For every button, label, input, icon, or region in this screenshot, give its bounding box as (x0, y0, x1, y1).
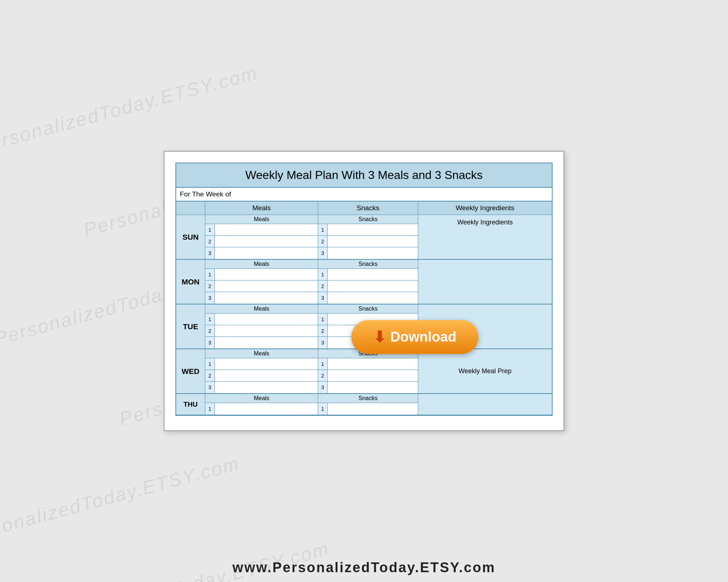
meal-fill-tue-1[interactable] (215, 314, 318, 325)
meal-fill-wed-3[interactable] (215, 382, 318, 393)
document-page: Weekly Meal Plan With 3 Meals and 3 Snac… (164, 151, 564, 431)
meal-fill-mon-1[interactable] (215, 269, 318, 280)
day-row-wed: WED Meals 1 2 3 Snacks 1 (176, 349, 552, 394)
meal-num-thu-1: 1 (205, 403, 215, 415)
download-label: Download (390, 329, 456, 345)
column-header-row: Meals Snacks Weekly Ingredients (176, 202, 552, 215)
meal-row-wed-3: 3 (205, 382, 318, 393)
snack-row-sun-2: 2 (318, 236, 418, 247)
snack-fill-wed-1[interactable] (328, 358, 418, 370)
meal-row-wed-1: 1 (205, 358, 318, 370)
bottom-url: www.PersonalizedToday.ETSY.com (0, 560, 728, 575)
meal-row-mon-2: 2 (205, 280, 318, 292)
meal-num-tue-3: 3 (205, 337, 215, 348)
day-row-sun: SUN Meals 1 2 3 Snacks 1 (176, 215, 552, 260)
meal-fill-mon-2[interactable] (215, 280, 318, 292)
meal-fill-wed-2[interactable] (215, 370, 318, 381)
meal-fill-tue-3[interactable] (215, 337, 318, 348)
snack-num-sun-3: 3 (318, 247, 328, 259)
header-meals-label: Meals (205, 202, 318, 215)
meal-fill-tue-2[interactable] (215, 325, 318, 336)
snack-fill-mon-3[interactable] (328, 292, 418, 304)
meal-fill-sun-3[interactable] (215, 247, 318, 259)
download-overlay: ⬇ Download (351, 320, 478, 354)
meal-num-wed-2: 2 (205, 370, 215, 381)
snacks-col-mon: Snacks 1 2 3 (318, 260, 418, 304)
meals-subheader-wed: Meals (205, 349, 318, 358)
day-row-thu: THU Meals 1 Snacks 1 (176, 394, 552, 415)
meal-num-wed-3: 3 (205, 382, 215, 393)
snack-fill-mon-1[interactable] (328, 269, 418, 280)
meal-row-mon-1: 1 (205, 269, 318, 280)
snack-fill-sun-1[interactable] (328, 224, 418, 235)
meals-col-thu: Meals 1 (205, 394, 318, 415)
snack-row-mon-1: 1 (318, 269, 418, 280)
meal-row-mon-3: 3 (205, 292, 318, 304)
snack-fill-wed-3[interactable] (328, 382, 418, 393)
snack-row-wed-3: 3 (318, 382, 418, 393)
meals-subheader-mon: Meals (205, 260, 318, 269)
snacks-col-wed: Snacks 1 2 3 (318, 349, 418, 393)
snack-row-wed-1: 1 (318, 358, 418, 370)
meal-row-tue-1: 1 (205, 314, 318, 325)
download-button[interactable]: ⬇ Download (351, 320, 478, 354)
meals-subheader-sun: Meals (205, 215, 318, 224)
snack-fill-thu-1[interactable] (328, 403, 418, 415)
meal-fill-sun-1[interactable] (215, 224, 318, 235)
weekly-ingredients-col-mon (418, 260, 552, 304)
snack-num-mon-1: 1 (318, 269, 328, 280)
meal-num-sun-3: 3 (205, 247, 215, 259)
snack-row-sun-1: 1 (318, 224, 418, 236)
snacks-subheader-tue: Snacks (318, 304, 418, 314)
snacks-subheader-sun: Snacks (318, 215, 418, 224)
planner-wrapper: Weekly Meal Plan With 3 Meals and 3 Snac… (175, 163, 553, 416)
meals-subheader-tue: Meals (205, 304, 318, 314)
snack-row-wed-2: 2 (318, 370, 418, 382)
snack-row-sun-3: 3 (318, 247, 418, 259)
meals-col-tue: Meals 1 2 3 (205, 304, 318, 348)
day-row-mon: MON Meals 1 2 3 Snacks 1 (176, 260, 552, 304)
weekly-meal-prep-label: Weekly Meal Prep (459, 367, 512, 375)
meals-col-mon: Meals 1 2 3 (205, 260, 318, 304)
meal-fill-mon-3[interactable] (215, 292, 318, 304)
meals-col-wed: Meals 1 2 3 (205, 349, 318, 393)
snack-fill-sun-2[interactable] (328, 236, 418, 247)
snacks-subheader-mon: Snacks (318, 260, 418, 269)
snacks-col-thu: Snacks 1 (318, 394, 418, 415)
header-weekly-ingredients-label: Weekly Ingredients (418, 202, 552, 215)
day-label-mon: MON (176, 260, 205, 304)
snack-row-thu-1: 1 (318, 403, 418, 415)
meal-row-sun-3: 3 (205, 247, 318, 259)
meal-num-wed-1: 1 (205, 358, 215, 370)
weekly-meal-prep-col: Weekly Meal Prep (418, 349, 552, 393)
snack-num-sun-2: 2 (318, 236, 328, 247)
weekly-ingredients-label: Weekly Ingredients (457, 219, 513, 226)
snack-fill-sun-3[interactable] (328, 247, 418, 259)
snack-num-wed-2: 2 (318, 370, 328, 381)
meal-num-tue-2: 2 (205, 325, 215, 336)
meal-num-sun-1: 1 (205, 224, 215, 235)
meal-num-mon-3: 3 (205, 292, 215, 304)
snack-fill-wed-2[interactable] (328, 370, 418, 381)
day-label-tue: TUE (176, 304, 205, 348)
week-of-row: For The Week of (176, 188, 552, 202)
main-title: Weekly Meal Plan With 3 Meals and 3 Snac… (176, 163, 552, 188)
download-arrow-icon: ⬇ (373, 328, 386, 346)
day-label-wed: WED (176, 349, 205, 393)
day-label-sun: SUN (176, 215, 205, 259)
snack-num-sun-1: 1 (318, 224, 328, 235)
meals-col-sun: Meals 1 2 3 (205, 215, 318, 259)
meal-fill-wed-1[interactable] (215, 358, 318, 370)
snack-num-wed-1: 1 (318, 358, 328, 370)
meal-fill-thu-1[interactable] (215, 403, 318, 415)
meal-num-mon-1: 1 (205, 269, 215, 280)
meal-fill-sun-2[interactable] (215, 236, 318, 247)
meal-num-tue-1: 1 (205, 314, 215, 325)
meal-num-sun-2: 2 (205, 236, 215, 247)
meals-subheader-thu: Meals (205, 394, 318, 403)
snack-num-wed-3: 3 (318, 382, 328, 393)
snack-num-mon-3: 3 (318, 292, 328, 304)
snack-fill-mon-2[interactable] (328, 280, 418, 292)
meal-num-mon-2: 2 (205, 280, 215, 292)
weekly-ingredients-col: Weekly Ingredients (418, 215, 552, 259)
